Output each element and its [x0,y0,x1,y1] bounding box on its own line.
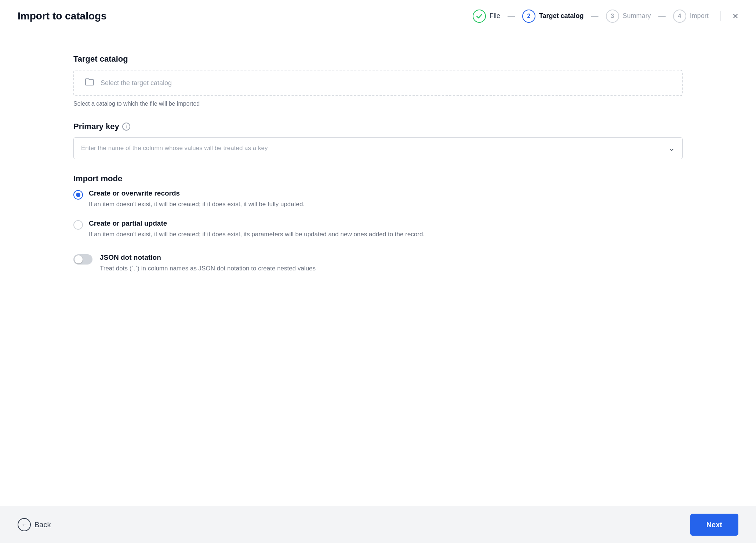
radio-partial-title: Create or partial update [89,219,425,227]
step-summary-label: Summary [623,12,651,20]
step-file-icon [473,10,486,23]
json-dot-notation-desc: Treat dots (`.`) in column names as JSON… [100,264,316,273]
separator-2: — [591,12,599,20]
step-summary: 3 Summary [606,10,651,23]
radio-partial-desc: If an item doesn't exist, it will be cre… [89,230,425,239]
radio-overwrite-desc: If an item doesn't exist, it will be cre… [89,200,305,209]
step-import-icon: 4 [673,10,686,23]
step-target-catalog-label: Target catalog [539,12,584,20]
main-content: Target catalog Select the target catalog… [0,32,756,506]
radio-partial-content: Create or partial update If an item does… [89,219,425,239]
back-icon: ← [18,518,31,531]
radio-partial-circle[interactable] [73,220,83,230]
import-mode-label: Import mode [73,174,683,183]
next-button[interactable]: Next [690,514,738,536]
json-dot-notation-title: JSON dot notation [100,254,316,262]
target-catalog-label: Target catalog [73,54,683,64]
step-target-catalog: 2 Target catalog [522,10,584,23]
primary-key-label-text: Primary key [73,122,119,131]
radio-overwrite-content: Create or overwrite records If an item d… [89,189,305,209]
footer: ← Back Next [0,506,756,543]
page-title: Import to catalogs [18,10,107,22]
toggle-content: JSON dot notation Treat dots (`.`) in co… [100,254,316,273]
primary-key-input[interactable]: Enter the name of the column whose value… [73,137,683,159]
radio-option-partial[interactable]: Create or partial update If an item does… [73,219,683,239]
catalog-placeholder-text: Select the target catalog [101,79,172,87]
primary-key-section: Primary key i Enter the name of the colu… [73,122,683,159]
target-catalog-section: Target catalog Select the target catalog… [73,54,683,107]
primary-key-label-container: Primary key i [73,122,683,131]
step-target-catalog-icon: 2 [522,10,535,23]
separator-3: — [658,12,666,20]
chevron-down-icon: ⌄ [669,144,675,153]
radio-overwrite-circle[interactable] [73,190,83,200]
primary-key-info-icon[interactable]: i [122,123,130,131]
json-dot-notation-toggle[interactable] [73,254,92,265]
close-button[interactable]: × [720,11,738,21]
step-file: File [473,10,500,23]
step-file-label: File [490,12,500,20]
primary-key-placeholder: Enter the name of the column whose value… [81,145,268,152]
separator-1: — [508,12,515,20]
toggle-knob [74,255,83,263]
back-label: Back [34,521,51,529]
step-import: 4 Import [673,10,709,23]
folder-icon [84,77,95,89]
back-button[interactable]: ← Back [18,518,51,531]
step-summary-icon: 3 [606,10,619,23]
catalog-hint: Select a catalog to which the file will … [73,101,683,107]
catalog-select-box[interactable]: Select the target catalog [73,70,683,96]
import-mode-section: Import mode Create or overwrite records … [73,174,683,239]
json-dot-notation-section: JSON dot notation Treat dots (`.`) in co… [73,254,683,273]
step-import-label: Import [690,12,709,20]
stepper: File — 2 Target catalog — 3 Summary — 4 … [473,10,709,23]
radio-overwrite-title: Create or overwrite records [89,189,305,197]
header: Import to catalogs File — 2 Target catal… [0,0,756,32]
header-right: File — 2 Target catalog — 3 Summary — 4 … [473,10,738,23]
radio-option-overwrite[interactable]: Create or overwrite records If an item d… [73,189,683,209]
